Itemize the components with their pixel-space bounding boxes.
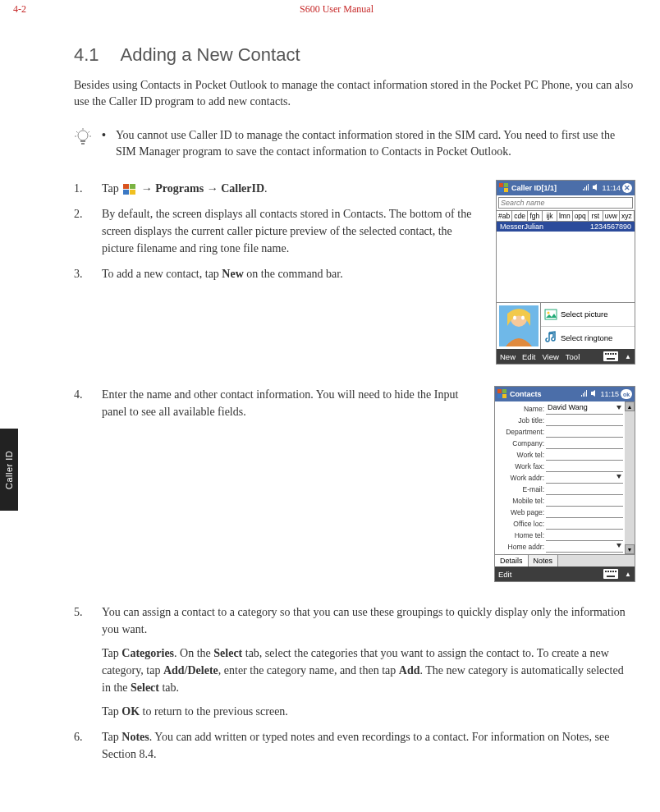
windows-start-icon	[123, 184, 136, 195]
start-flag-icon[interactable]	[499, 183, 509, 193]
step-6: Tap Notes. You can add written or typed …	[74, 728, 635, 763]
section-title: Adding a New Contact	[121, 44, 300, 65]
contact-name: MesserJulian	[500, 222, 543, 231]
tab-details[interactable]: Details	[495, 555, 529, 567]
search-input[interactable]	[498, 197, 633, 209]
home-tel-field[interactable]	[546, 530, 623, 541]
start-flag-icon[interactable]	[497, 389, 507, 399]
svg-point-11	[513, 316, 516, 320]
svg-rect-16	[605, 353, 607, 355]
email-field[interactable]	[546, 484, 623, 495]
up-caret-icon[interactable]: ▲	[625, 571, 631, 578]
select-ringtone-button[interactable]: Select ringtone	[541, 327, 635, 350]
alpha-tabs[interactable]: #abcdefghijklmnopqrstuvwxyz	[497, 211, 635, 222]
home-addr-field[interactable]	[546, 541, 623, 553]
contact-row-selected[interactable]: MesserJulian 1234567890	[497, 222, 635, 232]
svg-rect-26	[603, 569, 618, 579]
svg-rect-20	[615, 353, 616, 355]
keyboard-icon[interactable]	[603, 569, 618, 579]
svg-rect-22	[497, 389, 502, 393]
svg-point-14	[548, 311, 550, 314]
picture-icon	[544, 308, 557, 321]
svg-rect-7	[499, 188, 503, 192]
titlebar: Contacts 11:15 ok	[495, 387, 635, 401]
scrollbar[interactable]: ▲ ▼	[625, 401, 635, 554]
scroll-up-button[interactable]: ▲	[625, 401, 635, 411]
window-title: Caller ID[1/1]	[511, 184, 580, 192]
job-title-field[interactable]	[546, 415, 623, 426]
command-bar: Edit ▲	[495, 567, 635, 581]
department-field[interactable]	[546, 426, 623, 438]
note-block: • You cannot use Caller ID to manage the…	[74, 127, 635, 161]
cmd-edit[interactable]: Edit	[522, 352, 535, 361]
svg-rect-17	[607, 353, 609, 355]
window-title: Contacts	[510, 390, 578, 398]
dropdown-icon[interactable]	[616, 475, 621, 479]
manual-title: S600 User Manual	[26, 3, 647, 16]
svg-rect-29	[610, 571, 612, 572]
signal-icon	[582, 183, 590, 193]
svg-point-0	[78, 131, 88, 140]
screenshot-contacts-form: Contacts 11:15 ok Name:Job title:Departm…	[494, 386, 635, 582]
svg-rect-25	[502, 394, 506, 398]
svg-rect-1	[123, 184, 129, 189]
svg-rect-31	[615, 571, 616, 572]
work-tel-field[interactable]	[546, 449, 623, 461]
step-1: Tap → Programs → CallerID.	[74, 180, 479, 197]
form-labels: Name:Job title:Department:Company:Work t…	[495, 401, 546, 554]
dropdown-icon[interactable]	[616, 544, 621, 548]
svg-rect-21	[607, 358, 615, 360]
form-tabs: Details Notes	[495, 554, 635, 567]
step-5: You can assign a contact to a category s…	[74, 603, 635, 720]
name-field[interactable]: David Wang	[546, 403, 623, 415]
scroll-down-button[interactable]: ▼	[625, 544, 635, 554]
svg-rect-6	[504, 183, 508, 187]
lightbulb-icon	[74, 127, 92, 152]
office-loc-field[interactable]	[546, 518, 623, 530]
contact-number: 1234567890	[590, 222, 631, 231]
svg-rect-28	[607, 571, 609, 572]
intro-paragraph: Besides using Contacts in Pocket Outlook…	[74, 77, 635, 111]
svg-rect-2	[130, 184, 135, 189]
svg-rect-23	[502, 389, 506, 393]
side-tab-caller-id: Caller ID	[0, 429, 18, 511]
ringtone-icon	[544, 331, 557, 344]
note-text: You cannot use Caller ID to manage the c…	[116, 127, 635, 161]
svg-rect-19	[612, 353, 614, 355]
mobile-tel-field[interactable]	[546, 495, 623, 507]
web-page-field[interactable]	[546, 507, 623, 518]
svg-rect-13	[545, 310, 557, 319]
svg-rect-18	[610, 353, 612, 355]
svg-rect-27	[605, 571, 607, 572]
page-header: 4-2 S600 User Manual	[0, 0, 660, 20]
clock-time: 11:15	[600, 390, 619, 398]
command-bar: New Edit View Tool ▲	[497, 349, 635, 364]
step-3: To add a new contact, tap New on the com…	[74, 265, 479, 282]
titlebar: Caller ID[1/1] 11:14 ✕	[497, 181, 635, 195]
step-2: By default, the screen displays all cont…	[74, 205, 479, 257]
cmd-new[interactable]: New	[500, 352, 516, 361]
work-fax-field[interactable]	[546, 461, 623, 472]
cmd-edit[interactable]: Edit	[498, 570, 511, 579]
cmd-tool[interactable]: Tool	[566, 352, 580, 361]
ok-button[interactable]: ok	[621, 389, 632, 399]
step-4: Enter the name and other contact informa…	[74, 386, 478, 420]
tab-notes[interactable]: Notes	[529, 555, 559, 567]
up-caret-icon[interactable]: ▲	[625, 353, 631, 360]
company-field[interactable]	[546, 438, 623, 449]
form-fields: David Wang	[546, 401, 625, 554]
work-addr-field[interactable]	[546, 472, 623, 484]
clock-time: 11:14	[602, 184, 621, 192]
contact-list-empty	[497, 232, 635, 302]
close-icon[interactable]: ✕	[622, 183, 632, 193]
svg-rect-24	[497, 394, 502, 398]
avatar-preview	[497, 303, 541, 349]
dropdown-icon[interactable]	[616, 406, 621, 410]
select-picture-button[interactable]: Select picture	[541, 303, 635, 327]
cmd-view[interactable]: View	[542, 352, 558, 361]
keyboard-icon[interactable]	[603, 351, 618, 361]
speaker-icon	[590, 389, 598, 399]
svg-rect-8	[504, 188, 508, 192]
svg-rect-3	[123, 190, 129, 195]
svg-rect-5	[499, 183, 503, 187]
